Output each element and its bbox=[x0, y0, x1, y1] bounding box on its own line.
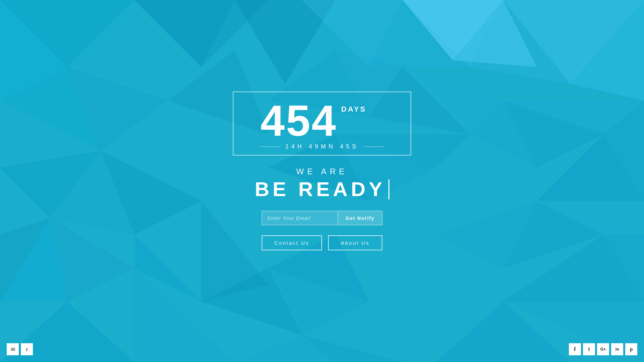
days-display: 454 DAYS bbox=[260, 99, 383, 142]
time-text: 14H 49MN 45S bbox=[285, 143, 359, 150]
about-us-button[interactable]: About Us bbox=[328, 235, 382, 250]
bottom-left-icons: ✉ i bbox=[7, 343, 33, 355]
google-plus-icon[interactable]: G+ bbox=[597, 343, 609, 355]
cursor-blink bbox=[388, 179, 389, 199]
pinterest-icon[interactable]: p bbox=[625, 343, 637, 355]
email-icon: ✉ bbox=[11, 346, 15, 353]
contact-us-button[interactable]: Contact Us bbox=[262, 235, 322, 250]
main-content: 454 DAYS 14H 49MN 45S WE ARE BE READY Ge… bbox=[0, 0, 644, 362]
email-input[interactable] bbox=[262, 211, 338, 225]
linkedin-icon[interactable]: in bbox=[611, 343, 623, 355]
facebook-icon[interactable]: f bbox=[569, 343, 581, 355]
time-line-left bbox=[260, 146, 280, 147]
we-are-text: WE ARE bbox=[296, 167, 347, 176]
info-icon-box[interactable]: i bbox=[21, 343, 33, 355]
email-form: Get Notify bbox=[262, 211, 382, 225]
time-line-right bbox=[364, 146, 384, 147]
info-icon: i bbox=[26, 347, 28, 352]
twitter-icon[interactable]: t bbox=[583, 343, 595, 355]
days-number: 454 bbox=[260, 99, 337, 142]
notify-button[interactable]: Get Notify bbox=[338, 211, 382, 225]
social-icons: f t G+ in p bbox=[569, 343, 637, 355]
email-icon-box[interactable]: ✉ bbox=[7, 343, 19, 355]
countdown-box: 454 DAYS 14H 49MN 45S bbox=[233, 92, 411, 156]
be-ready-text: BE READY bbox=[255, 178, 389, 201]
action-buttons: Contact Us About Us bbox=[262, 235, 382, 250]
days-label: DAYS bbox=[341, 106, 366, 113]
